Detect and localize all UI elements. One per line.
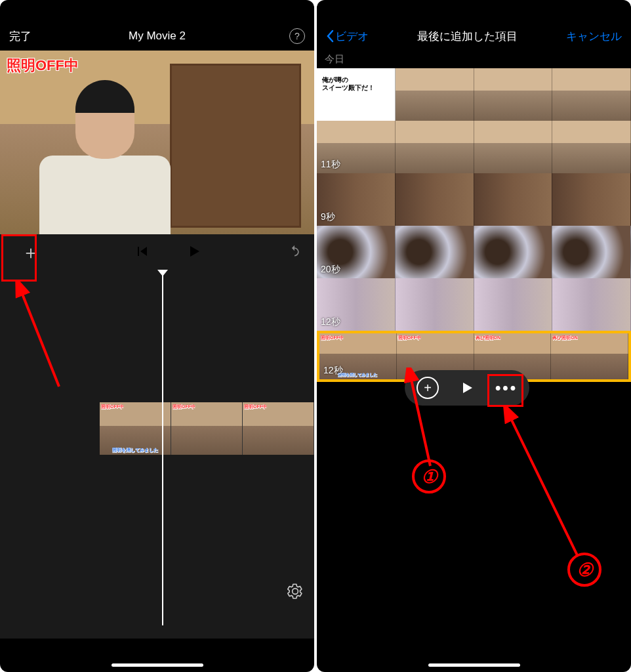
- project-title: My Movie 2: [129, 30, 186, 43]
- skip-start-button[interactable]: [136, 245, 148, 260]
- done-button[interactable]: 完了: [9, 29, 49, 44]
- annotation-arrow-2: [500, 407, 586, 564]
- imovie-editor-screen: 完了 My Movie 2 ? 照明OFF中 ＋ 照明OFF中照明を消してみまし…: [0, 0, 314, 672]
- annotation-arrow-1: [399, 368, 451, 472]
- duration-label: 11秒: [321, 159, 340, 171]
- playback-controls: ＋: [0, 234, 314, 271]
- svg-line-2: [411, 377, 430, 466]
- media-list[interactable]: 俺が噂の スイーツ殿下だ！ 11秒 9秒 20秒 12秒 12秒 照明OFF中照…: [317, 68, 631, 382]
- preview-overlay-text: 照明OFF中: [7, 56, 79, 75]
- annotation-number-2: ②: [567, 553, 601, 587]
- home-indicator[interactable]: [428, 663, 520, 667]
- svg-line-1: [21, 291, 59, 387]
- picker-title: 最後に追加した項目: [417, 29, 518, 44]
- media-row[interactable]: 12秒: [317, 278, 631, 331]
- duration-label: 12秒: [323, 365, 343, 377]
- annotation-box-more: [487, 374, 523, 407]
- gear-icon: [287, 583, 304, 600]
- media-row[interactable]: 9秒: [317, 173, 631, 226]
- svg-line-3: [510, 416, 578, 556]
- picker-nav-bar: ビデオ 最後に追加した項目 キャンセル: [317, 22, 631, 51]
- video-preview[interactable]: 照明OFF中: [0, 51, 314, 234]
- annotation-arrow-plus: [12, 282, 77, 393]
- back-button[interactable]: ビデオ: [326, 29, 369, 44]
- duration-label: 20秒: [321, 264, 340, 276]
- help-button[interactable]: ?: [266, 28, 305, 44]
- clip-frame[interactable]: 照明OFF中照明を消してみました: [100, 402, 171, 455]
- settings-button[interactable]: [287, 583, 304, 602]
- preview-clip-button[interactable]: [456, 377, 478, 399]
- section-header: 今日: [317, 51, 631, 68]
- clip-frame[interactable]: 照明OFF中: [171, 402, 243, 455]
- clip-frame[interactable]: 照明OFF中: [243, 402, 314, 455]
- help-icon: ?: [289, 28, 305, 44]
- playhead-line[interactable]: [162, 271, 163, 625]
- media-picker-screen: ビデオ 最後に追加した項目 キャンセル 今日 俺が噂の スイーツ殿下だ！ 11秒…: [317, 0, 631, 672]
- annotation-box-plus: [1, 234, 37, 282]
- media-row[interactable]: 20秒: [317, 226, 631, 278]
- annotation-number-1: ①: [412, 459, 446, 494]
- status-bar: [317, 0, 631, 22]
- svg-rect-0: [138, 247, 139, 256]
- cancel-button[interactable]: キャンセル: [566, 29, 622, 44]
- clip-track[interactable]: 照明OFF中照明を消してみました 照明OFF中 照明OFF中: [100, 402, 314, 455]
- status-bar: [0, 0, 314, 22]
- duration-label: 12秒: [321, 316, 340, 328]
- undo-button[interactable]: [288, 245, 301, 261]
- editor-nav-bar: 完了 My Movie 2 ?: [0, 22, 314, 51]
- duration-label: 9秒: [321, 211, 335, 223]
- play-button[interactable]: [188, 245, 201, 261]
- media-row[interactable]: 11秒: [317, 121, 631, 173]
- playhead-marker-icon: [157, 270, 168, 276]
- chevron-left-icon: [326, 30, 334, 43]
- home-indicator[interactable]: [112, 663, 203, 667]
- play-icon: [460, 381, 474, 394]
- media-row[interactable]: 俺が噂の スイーツ殿下だ！: [317, 68, 631, 121]
